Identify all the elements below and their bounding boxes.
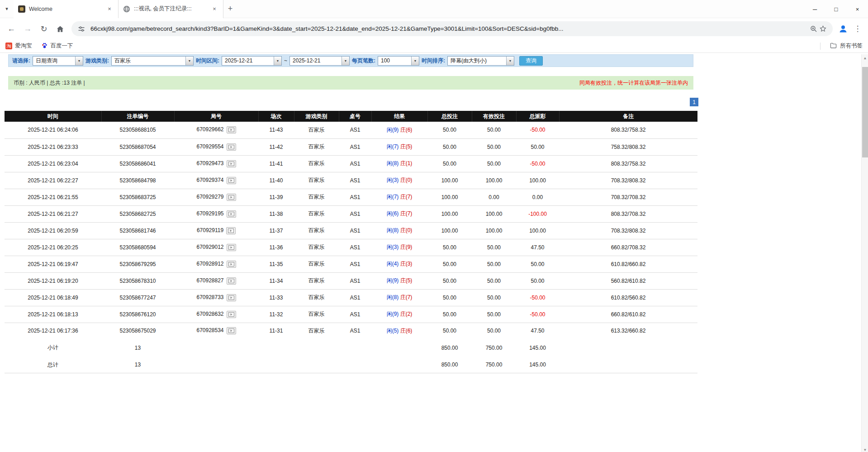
tab-welcome[interactable]: Welcome × <box>14 0 119 18</box>
video-replay-icon[interactable] <box>227 177 236 184</box>
minimize-icon[interactable]: ─ <box>804 0 825 18</box>
new-tab-icon[interactable]: + <box>223 2 237 16</box>
cell-total-bet[interactable]: 100.00 <box>427 189 472 205</box>
cell-round-id: 670928912 <box>174 256 258 272</box>
cell-total-bet[interactable]: 50.00 <box>427 306 472 323</box>
cell-total-bet[interactable]: 50.00 <box>427 289 472 306</box>
vertical-scrollbar[interactable]: ▲ ▼ <box>861 54 868 452</box>
cell-game-type: 百家乐 <box>294 323 339 339</box>
cell-session: 11-43 <box>258 122 294 138</box>
date-end-select[interactable]: 2025-12-21 ▼ <box>289 56 350 66</box>
zoom-icon[interactable] <box>809 24 818 33</box>
cell-time: 2025-12-21 06:19:47 <box>5 256 101 272</box>
page-size-select[interactable]: 100 ▼ <box>378 56 419 66</box>
window-close-icon[interactable]: × <box>847 0 868 18</box>
search-button[interactable]: 查询 <box>519 56 543 66</box>
round-id-text: 670929195 <box>196 210 223 217</box>
bookmark-baidu[interactable]: 百度一下 <box>41 42 73 50</box>
scrollbar-thumb[interactable] <box>862 67 868 157</box>
cell-total-bet[interactable]: 50.00 <box>427 138 472 155</box>
dropdown-arrow-icon[interactable]: ▼ <box>342 57 349 65</box>
cell-total-bet[interactable]: 50.00 <box>427 122 472 138</box>
video-replay-icon[interactable] <box>227 210 236 218</box>
forward-icon[interactable]: → <box>20 21 35 37</box>
page-content: 请选择: 日期查询 ▼ 游戏类别: 百家乐 ▼ 时间区间: 2025-12-21… <box>0 54 868 452</box>
video-replay-icon[interactable] <box>227 261 236 268</box>
cell-note: 708.32/808.32 <box>559 172 697 189</box>
video-replay-icon[interactable] <box>227 244 236 251</box>
query-type-select[interactable]: 日期查询 ▼ <box>33 56 83 66</box>
round-id-text: 670929554 <box>196 143 223 150</box>
address-bar[interactable]: 66cxkj98.com/game/betrecord_search/kind3… <box>71 21 833 36</box>
cell-bet-id: 523058676120 <box>101 306 174 323</box>
video-replay-icon[interactable] <box>227 277 236 285</box>
profile-icon[interactable] <box>836 22 850 36</box>
cell-total-bet[interactable]: 50.00 <box>427 323 472 339</box>
result-banker: 庄(7) <box>400 194 413 200</box>
back-icon[interactable]: ← <box>4 21 19 37</box>
url-text[interactable]: 66cxkj98.com/game/betrecord_search/kind3… <box>90 25 805 32</box>
scroll-up-icon[interactable]: ▲ <box>862 54 868 62</box>
cell-total-bet[interactable]: 50.00 <box>427 239 472 256</box>
cell-note: 610.82/660.82 <box>559 256 697 272</box>
cell-result: 闲(9) 庄(6) <box>371 122 427 138</box>
video-replay-icon[interactable] <box>227 194 236 201</box>
cell-result: 闲(9) 庄(2) <box>371 306 427 323</box>
bookmark-taobao[interactable]: 淘 爱淘宝 <box>5 42 32 50</box>
dropdown-arrow-icon[interactable]: ▼ <box>274 57 281 65</box>
table-row: 2025-12-21 06:18:13 523058676120 6709286… <box>5 306 697 323</box>
video-replay-icon[interactable] <box>227 160 236 167</box>
dropdown-arrow-icon[interactable]: ▼ <box>185 57 193 65</box>
cell-time: 2025-12-21 06:22:27 <box>5 172 101 189</box>
video-replay-icon[interactable] <box>227 327 236 334</box>
result-player: 闲(6) <box>387 210 399 217</box>
chevron-down-icon[interactable]: ▾ <box>0 0 14 18</box>
refresh-icon[interactable]: ↻ <box>36 21 52 37</box>
cell-payout: -100.00 <box>516 205 559 222</box>
video-replay-icon[interactable] <box>227 311 236 318</box>
cell-total-bet[interactable]: 50.00 <box>427 155 472 172</box>
cell-round-id: 670929374 <box>174 172 258 189</box>
video-replay-icon[interactable] <box>227 143 236 151</box>
subtotal-count: 13 <box>101 339 174 356</box>
cell-valid-bet: 50.00 <box>472 256 516 272</box>
cell-session: 11-35 <box>258 256 294 272</box>
date-start-select[interactable]: 2025-12-21 ▼ <box>222 56 282 66</box>
tune-icon[interactable] <box>77 24 86 33</box>
cell-session: 11-33 <box>258 289 294 306</box>
result-player: 闲(7) <box>387 194 399 200</box>
cell-bet-id: 523058688105 <box>101 122 174 138</box>
video-replay-icon[interactable] <box>226 227 236 234</box>
dropdown-arrow-icon[interactable]: ▼ <box>75 57 83 65</box>
sort-select[interactable]: 降幕(由大到小) ▼ <box>447 56 514 66</box>
result-player: 闲(8) <box>387 160 399 167</box>
cell-total-bet[interactable]: 100.00 <box>427 172 472 189</box>
game-type-select[interactable]: 百家乐 ▼ <box>111 56 194 66</box>
cell-total-bet[interactable]: 100.00 <box>427 205 472 222</box>
close-icon[interactable]: × <box>210 5 218 13</box>
cell-result: 闲(8) 庄(7) <box>371 289 427 306</box>
star-icon[interactable] <box>818 24 827 33</box>
menu-icon[interactable]: ⋮ <box>851 22 864 36</box>
video-replay-icon[interactable] <box>227 126 236 133</box>
home-icon[interactable] <box>52 21 68 37</box>
tab-bet-records[interactable]: :::视讯, 会员下注纪录::: × <box>119 0 223 18</box>
cell-game-type: 百家乐 <box>294 205 339 222</box>
maximize-icon[interactable]: □ <box>825 0 847 18</box>
all-bookmarks-label: 所有书签 <box>840 42 863 50</box>
result-banker: 庄(7) <box>400 210 413 217</box>
cell-total-bet[interactable]: 50.00 <box>427 256 472 272</box>
dropdown-arrow-icon[interactable]: ▼ <box>411 57 419 65</box>
cell-total-bet[interactable]: 100.00 <box>427 222 472 239</box>
cell-total-bet[interactable]: 50.00 <box>427 272 472 289</box>
cell-bet-id: 523058681746 <box>101 222 174 239</box>
all-bookmarks-button[interactable]: 所有书签 <box>830 42 863 51</box>
scroll-down-icon[interactable]: ▼ <box>862 446 868 452</box>
cell-table-no: AS1 <box>339 172 371 189</box>
close-icon[interactable]: × <box>105 5 114 13</box>
cell-time: 2025-12-21 06:17:36 <box>5 323 101 339</box>
page-1-button[interactable]: 1 <box>690 98 698 106</box>
video-replay-icon[interactable] <box>227 294 236 301</box>
dropdown-arrow-icon[interactable]: ▼ <box>506 57 514 65</box>
cell-table-no: AS1 <box>339 272 371 289</box>
